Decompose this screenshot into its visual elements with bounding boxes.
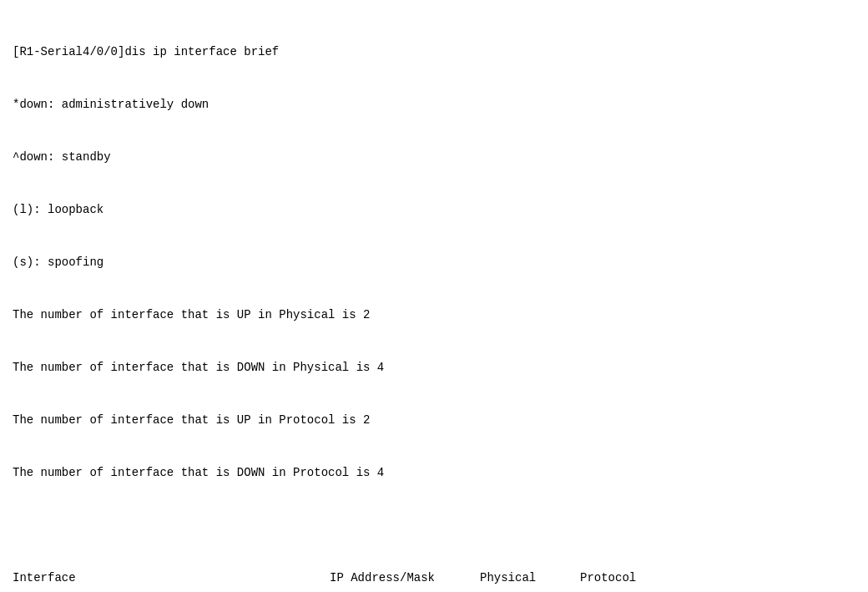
col-header-interface: Interface: [13, 569, 330, 587]
summary-line-3: The number of interface that is UP in Pr…: [13, 412, 855, 429]
legend-line-4: (s): spoofing: [13, 254, 855, 271]
summary-line-2: The number of interface that is DOWN in …: [13, 359, 855, 377]
col-header-protocol: Protocol: [580, 571, 636, 584]
legend-line-1: *down: administratively down: [13, 96, 855, 114]
prompt-line: [R1-Serial4/0/0]dis ip interface brief: [13, 43, 855, 61]
summary-line-4: The number of interface that is DOWN in …: [13, 464, 855, 482]
summary-line-1: The number of interface that is UP in Ph…: [13, 306, 855, 324]
legend-line-2: ^down: standby: [13, 149, 855, 166]
terminal-output: [R1-Serial4/0/0]dis ip interface brief *…: [13, 8, 855, 592]
table-header: InterfaceIP Address/MaskPhysicalProtocol: [13, 569, 855, 587]
col-header-ip: IP Address/Mask: [330, 569, 480, 587]
blank-line-1: [13, 517, 855, 534]
col-header-physical: Physical: [480, 569, 580, 587]
legend-line-3: (l): loopback: [13, 201, 855, 219]
